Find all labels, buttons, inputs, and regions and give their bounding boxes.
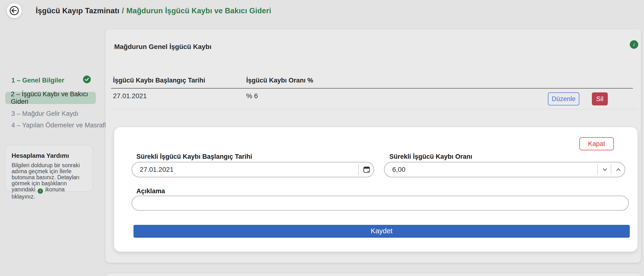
chevron-up-icon[interactable]	[613, 164, 624, 175]
breadcrumb-separator: /	[122, 6, 124, 15]
rate-field-label: Sürekli İşgücü Kaybı Oranı	[389, 153, 472, 160]
breadcrumb-current: Mağdurun İşgücü Kaybı ve Bakıcı Gideri	[126, 6, 271, 15]
sidebar-item-genel-bilgiler[interactable]: 1 – Genel Bilgiler	[11, 77, 64, 84]
cell-start-date: 27.01.2021	[113, 92, 147, 100]
save-button[interactable]: Kaydet	[134, 225, 630, 238]
next-section-card	[106, 273, 641, 276]
rate-input[interactable]	[392, 162, 560, 177]
page-title: İşgücü Kayıp Tazminatı	[36, 6, 120, 15]
cell-rate: % 6	[246, 92, 258, 100]
sidebar-item-magdur-gelir-kaydi[interactable]: 3 – Mağdur Gelir Kaydı	[11, 110, 78, 117]
description-field-label: Açıklama	[136, 188, 165, 195]
table-row-divider	[111, 109, 637, 109]
sidebar-item-label: 2 – İşgücü Kaybı ve Bakıcı Gideri	[11, 90, 96, 105]
table-header-divider	[111, 88, 633, 88]
sidebar-item-yapilan-odemeler[interactable]: 4 – Yapılan Ödemeler ve Masraflar	[11, 122, 112, 129]
calendar-icon[interactable]	[361, 164, 372, 175]
date-field-label: Sürekli İşgücü Kaybı Başlangıç Tarihi	[136, 153, 252, 160]
edit-button[interactable]: Düzenle	[548, 92, 579, 105]
step-completed-check-icon	[83, 75, 91, 83]
help-panel: Hesaplama Yardımı Bilgileri doldurup bir…	[5, 145, 93, 192]
stepper-divider-2	[611, 164, 611, 175]
breadcrumb: İşgücü Kayıp Tazminatı / Mağdurun İşgücü…	[36, 6, 271, 15]
sidebar-item-isgucu-kaybi[interactable]: 2 – İşgücü Kaybı ve Bakıcı Gideri	[5, 92, 96, 104]
help-title: Hesaplama Yardımı	[12, 152, 86, 159]
stepper-divider-1	[598, 164, 598, 175]
card-title: Mağdurun Genel İşgücü Kaybı	[114, 43, 212, 51]
date-input[interactable]	[140, 162, 309, 177]
back-button[interactable]	[7, 3, 22, 18]
description-input[interactable]	[140, 196, 611, 210]
info-icon[interactable]: i	[630, 40, 638, 49]
column-header-start-date: İşgücü Kaybı Başlangıç Tarihi	[113, 77, 205, 84]
column-header-rate: İşgücü Kaybı Oranı %	[246, 77, 313, 84]
main-card: Mağdurun Genel İşgücü Kaybı i İşgücü Kay…	[106, 29, 641, 263]
inline-info-icon: i	[38, 188, 43, 194]
chevron-down-icon[interactable]	[599, 164, 610, 175]
edit-panel: Kapat Sürekli İşgücü Kaybı Başlangıç Tar…	[114, 127, 638, 252]
help-body: Bilgileri doldurup bir sonraki adıma geç…	[12, 162, 86, 200]
delete-button[interactable]: Sil	[592, 92, 608, 105]
description-input-wrapper	[132, 196, 629, 211]
date-input-divider	[358, 164, 359, 175]
date-input-wrapper	[132, 162, 374, 177]
close-button[interactable]: Kapat	[579, 137, 614, 150]
rate-input-wrapper	[384, 162, 625, 177]
arrow-left-circle-icon	[9, 5, 19, 16]
